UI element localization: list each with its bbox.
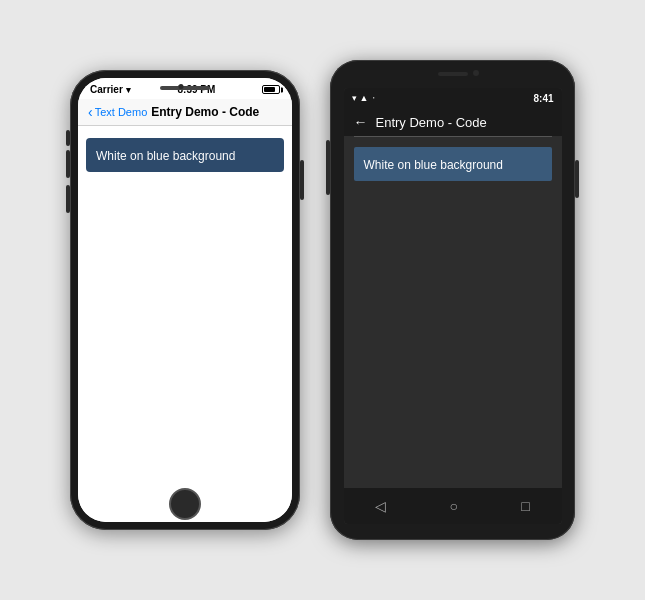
ios-screen: Carrier ▾ 8:39 PM ‹ Text Demo Entry Demo… (78, 78, 292, 522)
ios-volume-up-button[interactable] (66, 150, 70, 178)
ios-table-section: White on blue background (78, 138, 292, 172)
ios-power-button[interactable] (300, 160, 304, 200)
android-wifi-icon: ▾ (352, 93, 357, 103)
ios-entry-cell[interactable]: White on blue background (86, 138, 284, 172)
android-time-label: 8:41 (533, 93, 553, 104)
android-recent-nav-icon[interactable]: □ (521, 498, 529, 514)
android-screen: ▾ ▲ ⬝ 8:41 ← Entry Demo - Code White on … (344, 88, 562, 524)
android-battery-icon: ⬝ (371, 93, 376, 103)
ios-camera (179, 84, 184, 89)
android-power-button[interactable] (575, 160, 579, 198)
android-entry-cell[interactable]: White on blue background (354, 147, 552, 181)
android-top-bar (330, 60, 575, 88)
android-status-icons: ▾ ▲ ⬝ (352, 93, 377, 103)
android-back-nav-icon[interactable]: ◁ (375, 498, 386, 514)
ios-wifi-icon: ▾ (126, 85, 131, 95)
ios-home-button[interactable] (169, 488, 201, 520)
android-nav-bar: ← Entry Demo - Code (344, 108, 562, 136)
ios-status-left: Carrier ▾ (90, 84, 131, 95)
android-phone: ▾ ▲ ⬝ 8:41 ← Entry Demo - Code White on … (330, 60, 575, 540)
android-camera (473, 70, 479, 76)
ios-back-button[interactable]: ‹ Text Demo (88, 106, 147, 119)
ios-mute-button[interactable] (66, 130, 70, 146)
android-back-button[interactable]: ← (354, 114, 368, 130)
ios-carrier-label: Carrier (90, 84, 123, 95)
android-home-nav-icon[interactable]: ○ (450, 498, 458, 514)
ios-cell-text: White on blue background (96, 149, 235, 163)
ios-speaker (160, 86, 210, 90)
android-cell-text: White on blue background (364, 158, 503, 172)
ios-nav-bar: ‹ Text Demo Entry Demo - Code (78, 99, 292, 126)
android-speaker (438, 72, 468, 76)
android-bottom-bar: ◁ ○ □ (344, 488, 562, 524)
ios-nav-title: Entry Demo - Code (151, 105, 259, 119)
android-signal-icon: ▲ (360, 93, 369, 103)
ios-status-right (262, 85, 280, 94)
ios-back-label: Text Demo (95, 106, 148, 118)
ios-battery-icon (262, 85, 280, 94)
ios-back-chevron-icon: ‹ (88, 105, 93, 119)
ios-volume-down-button[interactable] (66, 185, 70, 213)
android-nav-title: Entry Demo - Code (376, 115, 487, 130)
android-volume-button[interactable] (326, 140, 330, 195)
ios-phone: Carrier ▾ 8:39 PM ‹ Text Demo Entry Demo… (70, 70, 300, 530)
ios-content: White on blue background (78, 126, 292, 522)
android-status-bar: ▾ ▲ ⬝ 8:41 (344, 88, 562, 108)
android-content: White on blue background (344, 137, 562, 488)
